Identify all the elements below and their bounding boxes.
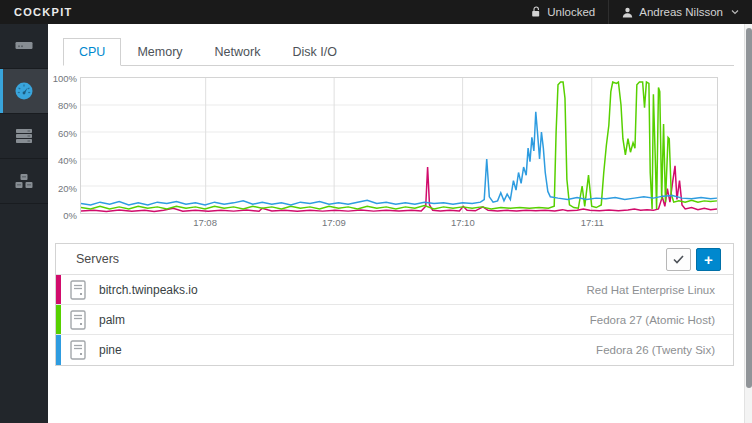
plus-icon: +: [704, 252, 713, 267]
servers-panel: Servers +: [55, 243, 734, 366]
series-palm: [81, 82, 717, 209]
user-icon: [622, 7, 633, 18]
cockpit-brand: COCKPIT: [0, 6, 73, 18]
sidebar: [0, 24, 48, 423]
server-icon: [70, 280, 86, 300]
series-bitrch.twinpeaks.io: [81, 166, 717, 212]
server-row-pine[interactable]: pine Fedora 26 (Twenty Six): [56, 335, 733, 365]
tab-disk-io[interactable]: Disk I/O: [276, 38, 352, 66]
add-server-button[interactable]: +: [696, 248, 721, 271]
user-menu-button[interactable]: Andreas Nilsson: [608, 0, 752, 24]
server-os: Red Hat Enterprise Linux: [587, 284, 715, 296]
server-color-strip: [56, 275, 61, 304]
server-row-bitrch[interactable]: bitrch.twinpeaks.io Red Hat Enterprise L…: [56, 275, 733, 305]
unlock-icon: [531, 6, 541, 18]
chart-x-axis-labels: 17:0817:0917:1017:11: [80, 214, 718, 234]
chart-y-axis-labels: 100%80%60%40%20%0%: [55, 77, 80, 214]
top-bar: COCKPIT Unlocked Andreas Nilsson: [0, 0, 752, 24]
server-color-strip: [56, 335, 61, 365]
server-icon: [70, 310, 86, 330]
user-name-label: Andreas Nilsson: [639, 6, 723, 18]
server-os: Fedora 26 (Twenty Six): [596, 344, 715, 356]
dashboard-gauge-icon: [13, 80, 35, 102]
servers-list: bitrch.twinpeaks.io Red Hat Enterprise L…: [56, 275, 733, 365]
sidebar-item-server-stack[interactable]: [0, 114, 48, 159]
tab-network[interactable]: Network: [199, 38, 277, 66]
vertical-scrollbar: [744, 24, 752, 423]
server-color-strip: [56, 305, 61, 334]
server-name: palm: [99, 313, 125, 327]
resource-tabs: CPU Memory Network Disk I/O: [63, 38, 734, 66]
chart-plot-area: [80, 77, 718, 214]
chart-canvas: [81, 78, 717, 213]
servers-panel-header: Servers +: [56, 244, 733, 275]
server-name: pine: [99, 343, 122, 357]
scrollbar-thumb[interactable]: [746, 28, 752, 388]
sidebar-item-dashboard[interactable]: [0, 69, 48, 114]
cluster-icon: [13, 170, 35, 192]
sidebar-item-cluster[interactable]: [0, 159, 48, 204]
tab-memory[interactable]: Memory: [121, 38, 198, 66]
servers-panel-actions: +: [666, 248, 728, 271]
main-content: CPU Memory Network Disk I/O 100%80%60%40…: [48, 24, 744, 423]
chevron-down-icon: [731, 9, 739, 15]
edit-servers-button[interactable]: [666, 248, 691, 271]
lock-status-label: Unlocked: [547, 6, 595, 18]
server-stack-icon: [13, 125, 35, 147]
host-icon: [13, 35, 35, 57]
server-os: Fedora 27 (Atomic Host): [590, 314, 715, 326]
check-icon: [673, 255, 684, 264]
server-name: bitrch.twinpeaks.io: [99, 283, 198, 297]
lock-status-button[interactable]: Unlocked: [518, 0, 608, 24]
cpu-chart: 100%80%60%40%20%0%: [55, 77, 734, 214]
servers-panel-title: Servers: [76, 252, 119, 266]
tab-cpu[interactable]: CPU: [63, 38, 121, 66]
server-icon: [70, 340, 86, 360]
server-row-palm[interactable]: palm Fedora 27 (Atomic Host): [56, 305, 733, 335]
sidebar-item-host[interactable]: [0, 24, 48, 69]
top-bar-right: Unlocked Andreas Nilsson: [518, 0, 752, 24]
